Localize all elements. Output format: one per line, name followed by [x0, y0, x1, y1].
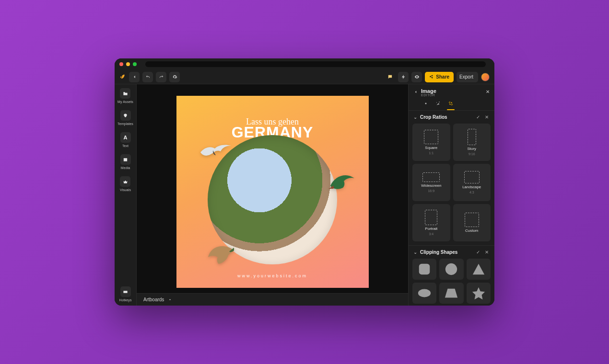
- ratio-sub: 1:1: [429, 151, 433, 155]
- bolt-button[interactable]: [398, 72, 409, 82]
- ratio-preview-box: [425, 210, 437, 225]
- clip-shape-triangle[interactable]: [467, 259, 491, 280]
- ratio-preview-box: [468, 129, 476, 145]
- crop-section-header: ⌄ Crop Ratios ✓ ✕: [409, 110, 494, 124]
- share-button[interactable]: Share: [425, 72, 454, 82]
- right-panel: Image EDITOR ✕ ⌄ Crop Ratios ✓ ✕ Square1…: [408, 84, 494, 306]
- ratio-label: Landscape: [462, 185, 481, 189]
- clip-shape-rounded-square[interactable]: [412, 259, 436, 280]
- address-bar[interactable]: [145, 61, 486, 67]
- preview-button[interactable]: [411, 72, 422, 82]
- crop-section-title: Crop Ratios: [420, 114, 472, 120]
- sidebar-item-my-assets[interactable]: My Assets: [117, 88, 133, 103]
- artboards-label: Artboards: [143, 297, 164, 302]
- comments-button[interactable]: [385, 72, 395, 82]
- ratio-sub: 4:3: [469, 191, 474, 194]
- crop-ratio-landscape[interactable]: Landscape4:3: [453, 164, 491, 201]
- ratio-sub: 16:9: [428, 189, 434, 193]
- rounded-square-icon: [417, 262, 432, 276]
- crop-ratio-widescreen[interactable]: Widescreen16:9: [412, 164, 450, 201]
- share-label: Share: [436, 74, 449, 80]
- redo-button[interactable]: [156, 72, 166, 82]
- crop-ratio-grid: Square1:1Story9:16Widescreen16:9Landscap…: [409, 124, 494, 245]
- sidebar-item-text[interactable]: A Text: [120, 132, 131, 148]
- artboards-bar[interactable]: Artboards: [137, 293, 408, 306]
- hummingbird-right-icon: [328, 171, 356, 191]
- sidebar-label: Hotkeys: [119, 298, 132, 302]
- ratio-preview-box: [424, 130, 438, 144]
- crop-cancel-button[interactable]: ✕: [484, 114, 490, 120]
- ratio-preview-box: [422, 172, 440, 182]
- export-button[interactable]: Export: [457, 72, 478, 82]
- crop-ratio-square[interactable]: Square1:1: [412, 124, 450, 161]
- panel-close-button[interactable]: ✕: [486, 89, 490, 94]
- templates-icon: [120, 110, 131, 121]
- triangle-icon: [471, 262, 486, 276]
- sidebar-label: Media: [121, 166, 130, 170]
- sidebar-label: Visuals: [120, 188, 131, 192]
- sidebar-label: Text: [122, 144, 129, 148]
- ratio-label: Custom: [465, 228, 479, 233]
- design-canvas[interactable]: Lass uns gehen GERMANY www.yourwebsite.c…: [176, 96, 369, 288]
- crop-ratio-custom[interactable]: Custom: [453, 204, 491, 241]
- ratio-label: Widescreen: [421, 183, 441, 188]
- ratio-label: Story: [467, 147, 476, 151]
- chevron-down-icon[interactable]: ⌄: [413, 250, 417, 255]
- window-close-dot[interactable]: [119, 62, 123, 66]
- crop-apply-button[interactable]: ✓: [475, 114, 481, 120]
- top-toolbar: Share Export: [115, 70, 494, 84]
- user-avatar[interactable]: [481, 73, 490, 81]
- sidebar-item-visuals[interactable]: Visuals: [120, 176, 131, 192]
- text-icon: A: [120, 132, 131, 143]
- clip-section-title: Clipping Shapes: [420, 250, 472, 255]
- star-icon: [471, 286, 486, 300]
- tab-crop[interactable]: [448, 101, 454, 110]
- svg-point-3: [418, 289, 431, 297]
- clip-cancel-button[interactable]: ✕: [484, 250, 490, 255]
- clip-shape-ellipse[interactable]: [412, 283, 436, 304]
- folder-icon: [120, 88, 130, 99]
- app-window: Share Export My Assets Templates A Text: [115, 58, 494, 306]
- mac-titlebar: [115, 58, 494, 70]
- left-sidebar: My Assets Templates A Text Media Visuals: [115, 84, 137, 306]
- ratio-sub: 3:4: [429, 232, 433, 236]
- export-label: Export: [459, 74, 473, 80]
- chevron-down-icon[interactable]: ⌄: [413, 114, 417, 120]
- seagull-icon: [199, 144, 234, 160]
- tab-effects[interactable]: [435, 101, 441, 110]
- crown-icon: [120, 176, 130, 187]
- canvas-url: www.yourwebsite.com: [176, 273, 369, 278]
- crop-ratio-story[interactable]: Story9:16: [453, 124, 491, 161]
- ellipse-icon: [417, 286, 432, 300]
- panel-header: Image EDITOR ✕: [409, 84, 494, 99]
- tab-settings[interactable]: [423, 101, 429, 110]
- clip-section-header: ⌄ Clipping Shapes ✓ ✕: [409, 245, 494, 259]
- trapezoid-icon: [444, 286, 458, 300]
- hummingbird-left-icon: [205, 246, 236, 265]
- window-max-dot[interactable]: [133, 62, 137, 66]
- nav-back-button[interactable]: [129, 72, 140, 82]
- canvas-area: Lass uns gehen GERMANY www.yourwebsite.c…: [137, 84, 408, 306]
- media-icon: [120, 154, 131, 165]
- panel-subtitle: EDITOR: [421, 93, 436, 97]
- sidebar-item-media[interactable]: Media: [120, 154, 131, 170]
- clip-shape-star[interactable]: [467, 283, 491, 304]
- settings-button[interactable]: [169, 72, 180, 82]
- window-min-dot[interactable]: [126, 62, 130, 66]
- svg-point-0: [425, 103, 427, 104]
- ratio-label: Portrait: [425, 227, 437, 231]
- undo-button[interactable]: [142, 72, 153, 82]
- clip-shape-grid: [409, 259, 494, 306]
- chevron-up-icon: [168, 297, 172, 302]
- svg-rect-1: [419, 264, 430, 275]
- clip-apply-button[interactable]: ✓: [475, 250, 481, 255]
- clip-shape-circle[interactable]: [439, 259, 463, 280]
- crop-ratio-portrait[interactable]: Portrait3:4: [412, 204, 450, 241]
- sidebar-label: My Assets: [117, 100, 133, 103]
- sidebar-label: Templates: [117, 122, 133, 125]
- panel-back-button[interactable]: [413, 90, 418, 95]
- circle-icon: [444, 262, 458, 276]
- sidebar-item-templates[interactable]: Templates: [117, 110, 133, 125]
- sidebar-item-hotkeys[interactable]: Hotkeys: [119, 286, 132, 302]
- clip-shape-trapezoid[interactable]: [439, 283, 463, 304]
